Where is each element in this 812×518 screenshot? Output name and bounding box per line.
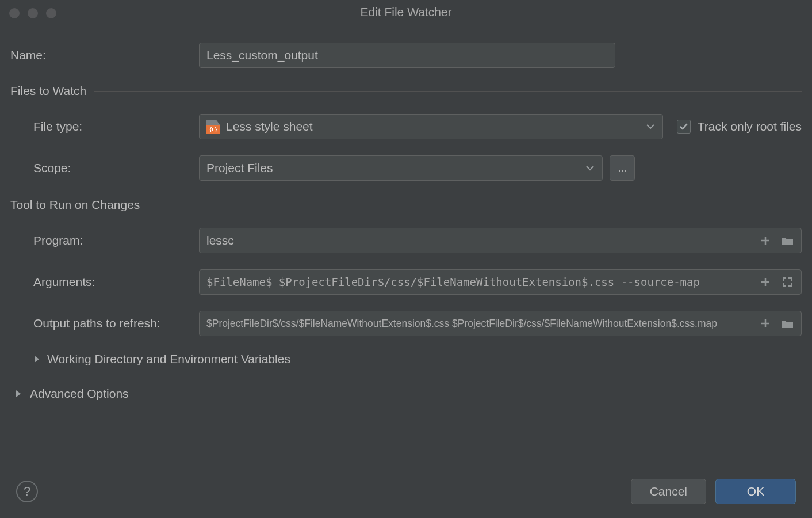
file-type-label: File type: bbox=[10, 120, 199, 134]
track-root-checkbox[interactable]: Track only root files bbox=[677, 120, 802, 134]
ok-button[interactable]: OK bbox=[715, 479, 796, 504]
section-divider bbox=[148, 205, 802, 205]
arguments-label: Arguments: bbox=[10, 275, 199, 289]
track-root-label: Track only root files bbox=[698, 120, 802, 134]
output-paths-input[interactable] bbox=[200, 311, 759, 336]
file-type-select[interactable]: {L} Less style sheet bbox=[199, 114, 663, 139]
titlebar: Edit File Watcher bbox=[0, 0, 812, 24]
insert-macro-icon[interactable] bbox=[759, 234, 772, 247]
minimize-window-button[interactable] bbox=[28, 8, 38, 18]
name-label: Name: bbox=[10, 48, 199, 62]
cancel-button[interactable]: Cancel bbox=[631, 479, 706, 504]
section-files-to-watch: Files to Watch bbox=[10, 84, 86, 98]
scope-browse-button[interactable]: ... bbox=[610, 155, 635, 181]
advanced-options-disclosure[interactable]: Advanced Options bbox=[10, 387, 802, 401]
scope-value: Project Files bbox=[206, 161, 273, 175]
close-window-button[interactable] bbox=[9, 8, 20, 18]
zoom-window-button[interactable] bbox=[46, 8, 56, 18]
scope-select[interactable]: Project Files bbox=[199, 155, 603, 181]
help-button[interactable]: ? bbox=[16, 481, 38, 502]
expand-icon[interactable] bbox=[780, 275, 794, 289]
section-divider bbox=[137, 394, 802, 394]
window-controls bbox=[9, 8, 56, 18]
checkbox-box bbox=[677, 120, 691, 134]
chevron-down-icon bbox=[586, 165, 594, 171]
section-advanced-options: Advanced Options bbox=[30, 387, 129, 401]
section-divider bbox=[94, 91, 802, 92]
less-file-icon: {L} bbox=[206, 120, 220, 134]
output-paths-label: Output paths to refresh: bbox=[10, 317, 199, 330]
arguments-field bbox=[199, 269, 802, 295]
output-paths-field bbox=[199, 311, 802, 336]
insert-macro-icon[interactable] bbox=[759, 275, 772, 289]
arguments-input[interactable] bbox=[200, 270, 759, 294]
program-label: Program: bbox=[10, 234, 199, 247]
browse-folder-icon[interactable] bbox=[780, 234, 794, 247]
file-type-value: Less style sheet bbox=[226, 120, 313, 134]
program-input[interactable] bbox=[200, 228, 759, 253]
name-input[interactable] bbox=[199, 43, 615, 68]
triangle-right-icon bbox=[10, 387, 22, 401]
dialog-footer: ? Cancel OK bbox=[0, 465, 812, 518]
browse-folder-icon[interactable] bbox=[780, 317, 794, 330]
window-title: Edit File Watcher bbox=[360, 5, 451, 19]
section-tool-to-run: Tool to Run on Changes bbox=[10, 198, 140, 212]
program-field bbox=[199, 228, 802, 253]
triangle-right-icon bbox=[33, 352, 40, 366]
chevron-down-icon bbox=[646, 124, 654, 130]
working-directory-disclosure[interactable]: Working Directory and Environment Variab… bbox=[10, 352, 802, 366]
insert-macro-icon[interactable] bbox=[759, 317, 772, 330]
scope-label: Scope: bbox=[10, 161, 199, 175]
working-directory-label: Working Directory and Environment Variab… bbox=[47, 352, 290, 366]
